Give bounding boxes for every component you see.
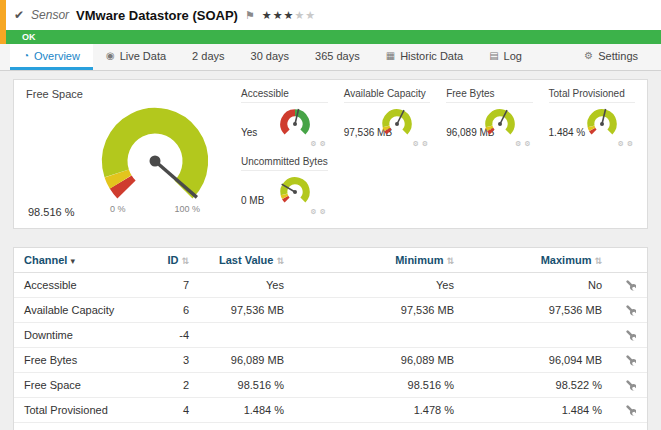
table-row[interactable]: Available Capacity 6 97,536 MB 97,536 MB… <box>14 298 647 323</box>
table-row[interactable]: Free Space 2 98.516 % 98.516 % 98.522 % <box>14 373 647 398</box>
status-left-strip <box>0 0 6 44</box>
cell-channel[interactable]: Uncommitted Bytes <box>14 423 154 430</box>
sort-icon[interactable]: ⇅ <box>181 256 189 266</box>
channel-settings-wrench-icon[interactable] <box>624 328 636 340</box>
cell-minimum: 97,536 MB <box>294 298 464 323</box>
cell-channel[interactable]: Available Capacity <box>14 298 154 323</box>
stars-empty: ★★ <box>294 9 316 21</box>
cell-channel[interactable]: Free Space <box>14 373 154 398</box>
mini-gauge-label: Available Capacity <box>344 88 430 103</box>
table-row[interactable]: Downtime -4 <box>14 323 647 348</box>
tab-overview[interactable]: ◔ Overview <box>10 44 93 70</box>
channel-settings-wrench-icon[interactable] <box>624 403 636 415</box>
cell-maximum: No <box>464 273 612 298</box>
cell-id: 2 <box>154 373 199 398</box>
cell-minimum: Yes <box>294 273 464 298</box>
priority-stars[interactable]: ★★★★★ <box>262 9 316 22</box>
cell-last-value: 97,536 MB <box>199 298 294 323</box>
mini-gauge-accessible: Accessible Yes ⚙⚙ <box>241 88 328 150</box>
sort-icon[interactable]: ⇅ <box>276 256 284 266</box>
cell-channel[interactable]: Total Provisioned <box>14 398 154 423</box>
mini-gauge-label: Total Provisioned <box>549 88 635 103</box>
overview-icon: ◔ <box>23 50 29 61</box>
channel-settings-icons[interactable]: ⚙⚙ <box>617 140 633 148</box>
sort-desc-icon[interactable]: ▾ <box>70 256 75 266</box>
table-row[interactable]: Total Provisioned 4 1.484 % 1.478 % 1.48… <box>14 398 647 423</box>
table-row[interactable]: Uncommitted Bytes 5 0 MB 0 MB 0 MB <box>14 423 647 430</box>
cell-channel[interactable]: Accessible <box>14 273 154 298</box>
mini-gauge-free-bytes: Free Bytes 96,089 MB ⚙⚙ <box>446 88 532 150</box>
cell-id: 4 <box>154 398 199 423</box>
cell-last-value: 98.516 % <box>199 373 294 398</box>
gear-icon[interactable]: ⚙ <box>310 208 316 216</box>
gear-icon[interactable]: ⚙ <box>422 140 428 148</box>
tab-live-data[interactable]: ◉ Live Data <box>93 44 179 70</box>
channel-settings-icons[interactable]: ⚙⚙ <box>310 140 326 148</box>
flag-icon[interactable]: ⚑ <box>245 9 255 22</box>
channel-settings-icons[interactable]: ⚙⚙ <box>515 140 531 148</box>
gear-icon[interactable]: ⚙ <box>310 140 316 148</box>
cell-minimum <box>294 323 464 348</box>
accessible-gauge <box>278 107 312 141</box>
tab-label: 2 days <box>192 50 224 62</box>
status-bar: OK <box>0 30 661 44</box>
cell-minimum: 1.478 % <box>294 398 464 423</box>
cell-id: 6 <box>154 298 199 323</box>
mini-gauge-value: Yes <box>241 127 257 138</box>
cell-maximum: 0 MB <box>464 423 612 430</box>
tab-30-days[interactable]: 30 days <box>238 44 303 70</box>
cell-maximum: 98.522 % <box>464 373 612 398</box>
channels-table: Channel▾ ID⇅ Last Value⇅ Minimum⇅ Maximu… <box>14 248 647 430</box>
tab-label: Overview <box>34 50 80 62</box>
gear-icon[interactable]: ⚙ <box>627 140 633 148</box>
channel-settings-wrench-icon[interactable] <box>624 303 636 315</box>
tab-bar: ◔ Overview ◉ Live Data 2 days 30 days 36… <box>0 44 661 71</box>
cell-channel[interactable]: Downtime <box>14 323 154 348</box>
channel-settings-icons[interactable]: ⚙⚙ <box>310 208 326 216</box>
col-header-minimum[interactable]: Minimum⇅ <box>294 248 464 273</box>
gear-icon[interactable]: ⚙ <box>515 140 521 148</box>
channel-settings-wrench-icon[interactable] <box>624 278 636 290</box>
sort-icon[interactable]: ⇅ <box>446 256 454 266</box>
gear-icon[interactable]: ⚙ <box>319 140 325 148</box>
mini-gauge-uncommitted-bytes: Uncommitted Bytes 0 MB ⚙⚙ <box>241 156 328 218</box>
gauges-panel: Free Space 0 % 100 % 98.516 % Accessible… <box>13 79 648 229</box>
cell-last-value: 1.484 % <box>199 398 294 423</box>
table-header-row: Channel▾ ID⇅ Last Value⇅ Minimum⇅ Maximu… <box>14 248 647 273</box>
channel-settings-icons[interactable]: ⚙⚙ <box>413 140 429 148</box>
tab-historic-data[interactable]: ▦ Historic Data <box>373 44 476 70</box>
col-header-id[interactable]: ID⇅ <box>154 248 199 273</box>
gear-icon[interactable]: ⚙ <box>524 140 530 148</box>
table-row[interactable]: Free Bytes 3 96,089 MB 96,089 MB 96,094 … <box>14 348 647 373</box>
cell-maximum: 97,536 MB <box>464 298 612 323</box>
overview-content: Free Space 0 % 100 % 98.516 % Accessible… <box>0 71 661 430</box>
free-space-value: 98.516 % <box>28 206 74 218</box>
sort-icon[interactable]: ⇅ <box>594 256 602 266</box>
col-header-actions <box>612 248 647 273</box>
cell-channel[interactable]: Free Bytes <box>14 348 154 373</box>
mini-gauge-label: Free Bytes <box>446 88 532 103</box>
cell-id: 3 <box>154 348 199 373</box>
gear-icon[interactable]: ⚙ <box>319 208 325 216</box>
cell-last-value <box>199 323 294 348</box>
tab-label: Live Data <box>120 50 166 62</box>
col-header-last-value[interactable]: Last Value⇅ <box>199 248 294 273</box>
gear-icon[interactable]: ⚙ <box>617 140 623 148</box>
table-row[interactable]: Accessible 7 Yes Yes No <box>14 273 647 298</box>
tab-365-days[interactable]: 365 days <box>302 44 373 70</box>
col-header-channel[interactable]: Channel▾ <box>14 248 154 273</box>
cell-last-value: 96,089 MB <box>199 348 294 373</box>
tab-label: Log <box>504 50 522 62</box>
channel-settings-wrench-icon[interactable] <box>624 353 636 365</box>
mini-gauges-grid: Accessible Yes ⚙⚙ Available Capacity 97,… <box>241 88 635 220</box>
tab-settings[interactable]: ⚙ Settings <box>571 44 651 70</box>
gear-icon[interactable]: ⚙ <box>413 140 419 148</box>
free-bytes-gauge <box>483 107 517 141</box>
tab-log[interactable]: ▤ Log <box>476 44 535 70</box>
ok-check-icon: ✔ <box>14 8 24 22</box>
channel-settings-wrench-icon[interactable] <box>624 378 636 390</box>
tab-2-days[interactable]: 2 days <box>179 44 237 70</box>
stars-filled: ★★★ <box>262 9 295 21</box>
col-header-maximum[interactable]: Maximum⇅ <box>464 248 612 273</box>
mini-gauge-value: 0 MB <box>241 195 264 206</box>
